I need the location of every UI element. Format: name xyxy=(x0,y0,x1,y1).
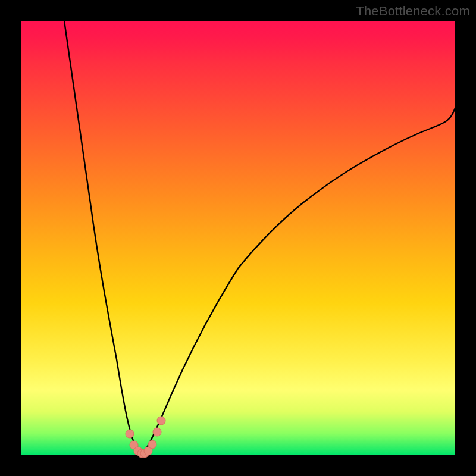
marker-dot xyxy=(148,440,156,449)
curve-left-branch xyxy=(64,21,142,455)
chart-plot-area xyxy=(21,21,455,455)
marker-dot xyxy=(126,430,134,438)
attribution-text: TheBottleneck.com xyxy=(356,4,470,19)
marker-dot xyxy=(157,416,165,425)
marker-cluster xyxy=(126,416,165,458)
chart-svg xyxy=(21,21,455,455)
chart-frame: TheBottleneck.com xyxy=(0,0,476,476)
curve-right-branch xyxy=(142,108,455,455)
marker-dot xyxy=(153,428,161,436)
